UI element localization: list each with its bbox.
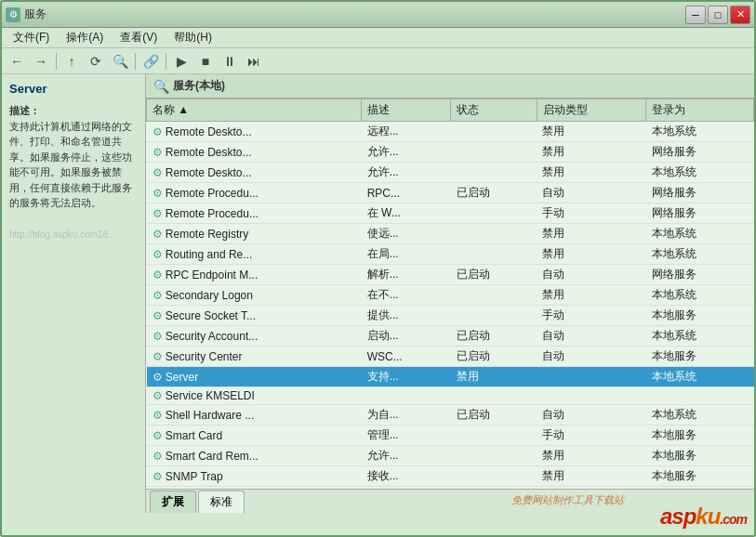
service-status: 禁用: [451, 367, 537, 387]
service-startup: 禁用: [537, 244, 646, 265]
menu-help[interactable]: 帮助(H): [166, 28, 219, 47]
service-name-text: Secure Socket T...: [166, 309, 256, 322]
table-row[interactable]: ⚙ Secondary Logon在不...禁用本地系统: [147, 285, 754, 306]
table-row[interactable]: ⚙ Security CenterWSC...已启动自动本地服务: [147, 347, 754, 367]
toolbar: ← → ↑ ⟳ 🔍 🔗 ▶ ■ ⏸ ⏭: [2, 48, 754, 74]
service-desc: 在 W...: [362, 203, 451, 224]
service-name-text: Service KMSELDI: [166, 389, 255, 402]
service-icon: ⚙: [153, 389, 166, 402]
table-row[interactable]: ⚙ Shell Hardware ...为自...已启动自动本地系统: [147, 405, 754, 426]
service-startup: [537, 367, 646, 387]
table-row[interactable]: ⚙ Routing and Re...在局...禁用本地系统: [147, 244, 754, 265]
service-login: 本地系统: [646, 367, 754, 387]
table-row[interactable]: ⚙ Server支持...禁用本地系统: [147, 367, 754, 387]
watermark: http://blog.aspku.com18...: [9, 229, 138, 240]
service-name: ⚙ Remote Deskto...: [147, 142, 362, 163]
table-row[interactable]: ⚙ Security Account...启动...已启动自动本地系统: [147, 326, 754, 347]
close-button[interactable]: ✕: [730, 6, 750, 24]
services-table[interactable]: 名称 ▲ 描述 状态 启动类型 登录为 ⚙ Remote Deskto...远程…: [146, 98, 754, 489]
right-panel: 🔍 服务(本地) 名称 ▲ 描述 状态 启动类型 登录为: [146, 74, 754, 513]
service-icon: ⚙: [153, 228, 166, 241]
table-row[interactable]: ⚙ Remote Deskto...远程...禁用本地系统: [147, 122, 754, 142]
menu-view[interactable]: 查看(V): [113, 28, 165, 47]
col-desc[interactable]: 描述: [362, 99, 451, 122]
table-row[interactable]: ⚙ Smart Card管理...手动本地服务: [147, 426, 754, 446]
table-row[interactable]: ⚙ Remote Deskto...允许...禁用本地系统: [147, 163, 754, 183]
connect-button[interactable]: 🔗: [139, 51, 162, 72]
table-row[interactable]: ⚙ RPC Endpoint M...解析...已启动自动网络服务: [147, 265, 754, 285]
pause-button[interactable]: ⏸: [219, 51, 241, 72]
service-name: ⚙ Routing and Re...: [147, 244, 362, 265]
window-controls: ─ □ ✕: [685, 6, 750, 24]
service-name: ⚙ Service KMSELDI: [147, 387, 362, 405]
service-name: ⚙ Remote Procedu...: [147, 183, 362, 203]
menu-file[interactable]: 文件(F): [6, 28, 57, 47]
table-row[interactable]: ⚙ Service KMSELDI: [147, 387, 754, 405]
table-row[interactable]: ⚙ Remote Procedu...RPC...已启动自动网络服务: [147, 183, 754, 203]
service-login: 本地系统: [646, 122, 754, 142]
service-name: ⚙ SNMP Trap: [147, 466, 362, 487]
service-icon: ⚙: [153, 248, 166, 261]
service-name-text: Smart Card: [166, 429, 222, 442]
col-login[interactable]: 登录为: [646, 99, 754, 122]
service-startup: 禁用: [537, 285, 646, 306]
service-icon: ⚙: [153, 309, 166, 322]
service-icon: ⚙: [153, 187, 166, 200]
asp-logo: aspku.com: [660, 504, 747, 530]
table-row[interactable]: ⚙ Remote Deskto...允许...禁用网络服务: [147, 142, 754, 163]
table-row[interactable]: ⚙ SNMP Trap接收...禁用本地服务: [147, 466, 754, 487]
play-button[interactable]: ▶: [170, 51, 192, 72]
service-status: [451, 466, 537, 487]
service-desc: [362, 387, 451, 405]
service-login: 本地系统: [646, 405, 754, 426]
service-desc: 管理...: [362, 426, 451, 446]
service-status: [451, 244, 537, 265]
refresh-button[interactable]: ⟳: [85, 51, 107, 72]
table-row[interactable]: ⚙ Remote Registry使远...禁用本地系统: [147, 224, 754, 244]
up-button[interactable]: ↑: [60, 51, 83, 72]
table-row[interactable]: ⚙ Smart Card Rem...允许...禁用本地服务: [147, 446, 754, 466]
menu-action[interactable]: 操作(A): [59, 28, 111, 47]
service-icon: ⚙: [153, 207, 166, 220]
service-status: [451, 387, 537, 405]
service-name: ⚙ Security Account...: [147, 326, 362, 347]
col-startup[interactable]: 启动类型: [537, 99, 646, 122]
service-desc: 在不...: [362, 285, 451, 306]
service-name: ⚙ Security Center: [147, 347, 362, 367]
tab-standard[interactable]: 标准: [198, 491, 245, 513]
maximize-button[interactable]: □: [708, 6, 728, 24]
service-name: ⚙ Remote Registry: [147, 224, 362, 244]
service-startup: 自动: [537, 265, 646, 285]
site-watermark: 免费网站制作工具下载站: [511, 493, 624, 507]
service-login: 本地服务: [646, 347, 754, 367]
forward-button[interactable]: →: [30, 51, 52, 72]
panel-header-icon: 🔍: [153, 79, 169, 94]
service-desc: WSC...: [362, 347, 451, 367]
service-icon: ⚙: [153, 429, 166, 442]
service-login: 网络服务: [646, 203, 754, 224]
service-login: 网络服务: [646, 265, 754, 285]
service-desc: 为自...: [362, 405, 451, 426]
service-name-text: Security Account...: [166, 330, 258, 343]
service-desc: 接收...: [362, 466, 451, 487]
table-row[interactable]: ⚙ Remote Procedu...在 W...手动网络服务: [147, 203, 754, 224]
skip-button[interactable]: ⏭: [243, 51, 265, 72]
search-button[interactable]: 🔍: [109, 51, 131, 72]
minimize-button[interactable]: ─: [685, 6, 706, 24]
service-name-text: Remote Deskto...: [166, 166, 252, 179]
service-name-text: Remote Registry: [166, 228, 248, 241]
stop-button[interactable]: ■: [194, 51, 217, 72]
service-login: 本地服务: [646, 446, 754, 466]
back-button[interactable]: ←: [6, 51, 28, 72]
service-desc: 解析...: [362, 265, 451, 285]
service-login: 本地系统: [646, 224, 754, 244]
col-status[interactable]: 状态: [451, 99, 537, 122]
service-login: 网络服务: [646, 142, 754, 163]
service-startup: 禁用: [537, 466, 646, 487]
service-name-text: Remote Procedu...: [166, 207, 259, 220]
table-row[interactable]: ⚙ Secure Socket T...提供...手动本地服务: [147, 306, 754, 326]
service-login: 本地系统: [646, 326, 754, 347]
tab-extended[interactable]: 扩展: [150, 491, 196, 513]
col-name[interactable]: 名称 ▲: [147, 99, 362, 122]
service-icon: ⚙: [153, 146, 166, 159]
